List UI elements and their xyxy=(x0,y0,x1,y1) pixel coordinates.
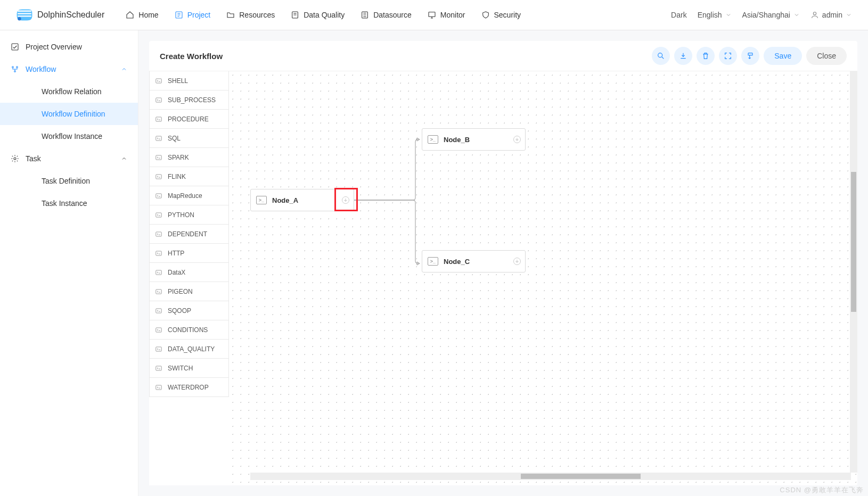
task-type-label: PYTHON xyxy=(168,211,194,219)
nav-home[interactable]: Home xyxy=(126,0,158,30)
task-type-item[interactable]: SPARK xyxy=(149,147,229,167)
nav-security[interactable]: Security xyxy=(481,0,521,30)
task-type-label: SWITCH xyxy=(168,365,193,372)
sidebar-workflow-instance[interactable]: Workflow Instance xyxy=(0,125,138,147)
canvas-inner[interactable]: >_ Node_A + >_ Node_B + >_ Node_C xyxy=(229,71,857,485)
sidebar-task-definition[interactable]: Task Definition xyxy=(0,170,138,192)
workflow-node-b[interactable]: >_ Node_B + xyxy=(422,128,526,151)
task-type-label: DataX xyxy=(168,269,185,276)
nav-project-label: Project xyxy=(187,11,211,19)
sidebar-task-instance[interactable]: Task Instance xyxy=(0,192,138,214)
task-type-label: HTTP xyxy=(168,250,184,257)
task-type-item[interactable]: HTTP xyxy=(149,243,229,263)
sidebar-project-overview[interactable]: Project Overview xyxy=(0,36,138,58)
node-output-port[interactable]: + xyxy=(513,258,521,265)
task-icon xyxy=(155,345,162,353)
sidebar-item-label: Task Instance xyxy=(42,199,87,208)
svg-rect-24 xyxy=(156,308,162,312)
svg-point-11 xyxy=(658,53,662,57)
task-icon xyxy=(155,115,162,123)
task-type-item[interactable]: SHELL xyxy=(149,71,229,90)
workflow-icon xyxy=(11,65,19,73)
svg-point-8 xyxy=(17,67,18,68)
task-icon xyxy=(155,96,162,104)
task-type-label: SQL xyxy=(168,135,181,142)
sidebar-workflow-definition[interactable]: Workflow Definition xyxy=(0,103,138,125)
task-icon xyxy=(155,365,162,372)
sidebar-workflow-relation[interactable]: Workflow Relation xyxy=(0,80,138,103)
svg-point-5 xyxy=(813,12,816,15)
nav-project[interactable]: Project xyxy=(175,0,211,30)
svg-rect-16 xyxy=(156,155,162,159)
sidebar-task[interactable]: Task xyxy=(0,147,138,170)
dolphin-logo-icon xyxy=(16,7,33,22)
panel-toolbar: Save Close xyxy=(652,47,847,65)
task-type-item[interactable]: FLINK xyxy=(149,167,229,186)
workflow-node-a[interactable]: >_ Node_A + xyxy=(250,189,354,211)
task-icon xyxy=(155,173,162,180)
task-type-label: DATA_QUALITY xyxy=(168,345,215,353)
svg-point-0 xyxy=(18,17,21,20)
scroll-thumb[interactable] xyxy=(851,172,856,312)
task-type-list[interactable]: SHELLSUB_PROCESSPROCEDURESQLSPARKFLINKMa… xyxy=(149,71,229,485)
workflow-canvas[interactable]: >_ Node_A + >_ Node_B + >_ Node_C xyxy=(229,71,857,485)
workflow-node-c[interactable]: >_ Node_C + xyxy=(422,250,526,272)
node-output-port[interactable]: + xyxy=(342,196,349,204)
save-label: Save xyxy=(774,52,791,60)
task-icon xyxy=(155,192,162,200)
svg-rect-12 xyxy=(156,78,162,82)
task-type-item[interactable]: MapReduce xyxy=(149,186,229,205)
nav-datasource[interactable]: Datasource xyxy=(361,0,412,30)
close-label: Close xyxy=(817,52,836,60)
task-type-label: SQOOP xyxy=(168,307,191,315)
logo: DolphinScheduler xyxy=(16,7,104,22)
task-type-item[interactable]: SQOOP xyxy=(149,301,229,320)
delete-button[interactable] xyxy=(697,47,715,65)
timezone-select[interactable]: Asia/Shanghai xyxy=(742,11,800,19)
theme-toggle[interactable]: Dark xyxy=(671,11,687,19)
language-select[interactable]: English xyxy=(698,11,732,19)
close-button[interactable]: Close xyxy=(806,47,847,65)
task-type-item[interactable]: PROCEDURE xyxy=(149,109,229,129)
nav-resources[interactable]: Resources xyxy=(226,0,275,30)
task-type-item[interactable]: SUB_PROCESS xyxy=(149,90,229,110)
task-icon xyxy=(155,384,162,391)
task-type-item[interactable]: SQL xyxy=(149,128,229,148)
folder-icon xyxy=(226,11,235,19)
search-button[interactable] xyxy=(652,47,670,65)
task-type-item[interactable]: PIGEON xyxy=(149,282,229,301)
task-type-item[interactable]: SWITCH xyxy=(149,358,229,378)
node-label: Node_B xyxy=(444,136,470,144)
format-button[interactable] xyxy=(741,47,759,65)
task-icon xyxy=(155,230,162,238)
task-type-item[interactable]: WATERDROP xyxy=(149,377,229,397)
sidebar-workflow[interactable]: Workflow xyxy=(0,58,138,80)
nav-dataquality[interactable]: Data Quality xyxy=(291,0,345,30)
fullscreen-button[interactable] xyxy=(719,47,737,65)
task-type-item[interactable]: CONDITIONS xyxy=(149,320,229,340)
canvas-vscroll[interactable] xyxy=(850,71,857,473)
task-type-item[interactable]: DATA_QUALITY xyxy=(149,339,229,359)
save-button[interactable]: Save xyxy=(764,47,802,65)
task-type-label: SUB_PROCESS xyxy=(168,96,216,104)
scroll-thumb[interactable] xyxy=(521,474,641,479)
download-icon xyxy=(679,52,687,60)
panel-header: Create Workflow Save Close xyxy=(149,41,857,71)
canvas-hscroll[interactable] xyxy=(250,473,851,480)
task-type-label: MapReduce xyxy=(168,192,202,200)
node-output-port[interactable]: + xyxy=(513,136,521,143)
download-button[interactable] xyxy=(674,47,692,65)
node-label: Node_C xyxy=(444,258,470,266)
user-menu[interactable]: admin xyxy=(810,11,852,19)
language-label: English xyxy=(698,11,722,19)
nav-dataquality-label: Data Quality xyxy=(304,11,345,19)
page-title: Create Workflow xyxy=(160,52,223,61)
quality-icon xyxy=(291,11,299,19)
chevron-up-icon xyxy=(121,66,127,72)
nav-monitor[interactable]: Monitor xyxy=(428,0,465,30)
task-type-item[interactable]: DEPENDENT xyxy=(149,224,229,244)
search-icon xyxy=(657,52,665,60)
task-type-item[interactable]: DataX xyxy=(149,262,229,282)
svg-rect-15 xyxy=(156,136,162,140)
task-type-item[interactable]: PYTHON xyxy=(149,205,229,225)
